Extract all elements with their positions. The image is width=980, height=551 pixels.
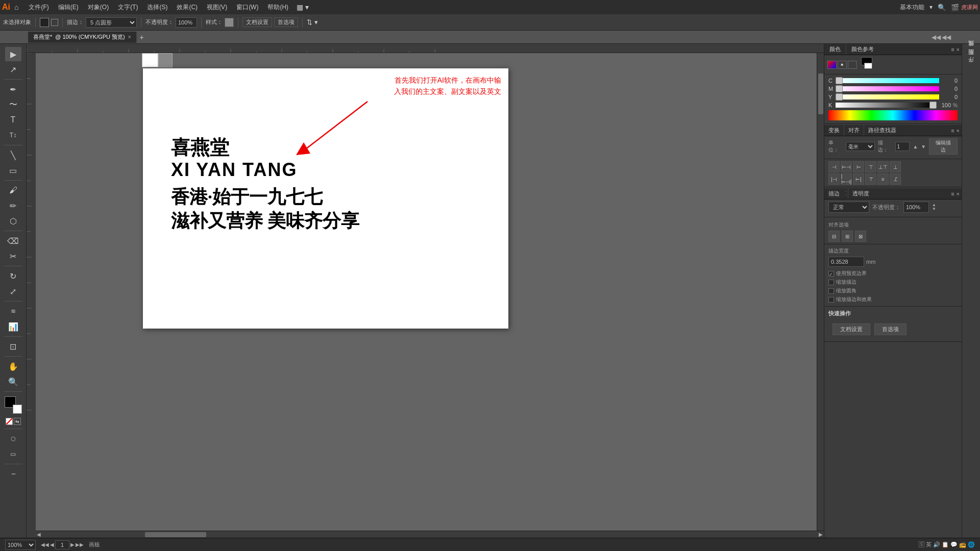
paintbrush-tool[interactable]: 🖌 (5, 183, 21, 197)
preview-bounds-checkbox[interactable]: ✓ (828, 271, 834, 277)
color-tab[interactable]: 颜色 (824, 44, 846, 55)
pathfinder-tab[interactable]: 路径查找器 (864, 125, 900, 136)
hand-tool[interactable]: ✋ (5, 359, 21, 373)
selection-tool[interactable]: ▶ (5, 47, 21, 61)
horizontal-scrollbar[interactable]: ◀ ▶ (36, 531, 824, 538)
stroke-tab[interactable]: 描边 (824, 188, 844, 199)
scroll-left-btn[interactable]: ◀ (37, 532, 41, 537)
align-bottom-icon[interactable]: ⊥ (890, 161, 901, 172)
prev-page-btn[interactable]: ◀ (50, 542, 54, 547)
edit-stroke-btn[interactable]: 编辑描边 (929, 138, 958, 155)
dist-center-h-icon[interactable]: |⊢⊣| (841, 173, 852, 185)
panel-collapse-left[interactable]: ◀◀ (932, 34, 941, 41)
curvature-tool[interactable]: 〜 (5, 97, 21, 112)
c-slider[interactable] (836, 78, 939, 83)
warp-tool[interactable]: ≋ (5, 304, 21, 318)
workspace-label[interactable]: 基本功能 (900, 3, 924, 12)
style-swatch[interactable] (225, 18, 234, 27)
transform-tab[interactable]: 变换 (824, 125, 844, 136)
align-to-3[interactable]: ⊠ (855, 231, 866, 242)
draw-mode-icon[interactable]: ⬡ (5, 432, 21, 446)
artboard-tool[interactable]: ⊡ (5, 339, 21, 354)
scale-corner-checkbox[interactable] (828, 288, 834, 294)
dist-top-icon[interactable]: ⊤̄ (865, 173, 876, 185)
menu-window[interactable]: 窗口(W) (232, 2, 262, 13)
tab-close-icon[interactable]: × (128, 34, 131, 40)
color-ref-tab[interactable]: 颜色参考 (846, 44, 879, 55)
align-to-1[interactable]: ⊟ (828, 231, 840, 242)
stroke-swatch[interactable] (51, 19, 58, 26)
more-tools[interactable]: ··· (5, 467, 21, 481)
transform-panel-close[interactable]: × (957, 128, 960, 134)
increase-btn[interactable]: ▲ (913, 144, 918, 149)
scroll-thumb-h[interactable] (145, 532, 206, 537)
adobe-stock[interactable]: 🎬 虎课网 (951, 4, 978, 11)
zoom-tool[interactable]: 🔍 (5, 374, 21, 389)
touch-type-tool[interactable]: T↕ (5, 128, 21, 142)
scale-effect-checkbox[interactable] (828, 297, 834, 303)
properties-tab[interactable]: 属性 (965, 46, 977, 55)
y-slider[interactable] (836, 94, 939, 99)
panel-collapse-right[interactable]: ◀◀ (942, 34, 951, 41)
align-left-icon[interactable]: ⊣ (828, 161, 840, 172)
scissors-tool[interactable]: ✂ (5, 249, 21, 263)
page-input[interactable] (55, 540, 69, 549)
bg-swatch[interactable] (864, 63, 872, 69)
transform-panel-menu[interactable]: ≡ (951, 128, 954, 134)
scroll-thumb-v[interactable] (818, 73, 823, 114)
blend-mode-select[interactable]: 正常 (828, 202, 869, 213)
menu-file[interactable]: 文件(F) (24, 2, 53, 13)
align-to-2[interactable]: ⊞ (842, 231, 853, 242)
dist-right-icon[interactable]: ⊢| (853, 173, 864, 185)
color-mode-3[interactable] (848, 61, 857, 69)
last-page-btn[interactable]: ▶▶ (76, 542, 84, 547)
arrange-icon[interactable]: ⇅ ▾ (307, 18, 318, 26)
opacity-trans-input[interactable] (903, 202, 929, 213)
scale-stroke-checkbox[interactable] (828, 280, 834, 285)
stroke-type-select[interactable]: 5 点圆形 (86, 17, 137, 28)
next-page-btn[interactable]: ▶ (70, 542, 75, 547)
align-right-icon[interactable]: ⊢ (853, 161, 864, 172)
grey-swatch[interactable] (158, 53, 173, 67)
new-tab-btn[interactable]: + (140, 33, 144, 41)
scale-tool[interactable]: ⤢ (5, 284, 21, 298)
color-spectrum[interactable] (828, 110, 958, 120)
layers-tab[interactable]: 图层 (965, 55, 977, 63)
first-option-btn[interactable]: 首选项 (274, 17, 298, 27)
view-mode-icon[interactable]: ▦ ▾ (297, 3, 309, 11)
rect-tool[interactable]: ▭ (5, 163, 21, 178)
doc-settings-btn[interactable]: 文档设置 (242, 17, 272, 27)
stroke-trans-close[interactable]: × (957, 191, 960, 197)
rotate-tool[interactable]: ↻ (5, 269, 21, 283)
direct-select-tool[interactable]: ↗ (5, 62, 21, 77)
type-tool[interactable]: T (5, 113, 21, 127)
unit-select[interactable]: 毫米 (846, 142, 875, 151)
dist-bottom-icon[interactable]: ⊥̄ (890, 173, 901, 185)
menu-effect[interactable]: 效果(C) (173, 2, 202, 13)
menu-help[interactable]: 帮助(H) (263, 2, 292, 13)
align-tab[interactable]: 对齐 (844, 125, 864, 136)
scroll-right-btn[interactable]: ▶ (819, 532, 823, 537)
pencil-tool[interactable]: ✏ (5, 198, 21, 213)
line-tool[interactable]: ╲ (5, 148, 21, 162)
stroke-color[interactable] (13, 405, 22, 414)
search-icon[interactable]: 🔍 (938, 4, 946, 11)
white-swatch[interactable] (142, 53, 158, 67)
eraser-tool[interactable]: ⌫ (5, 234, 21, 248)
menu-edit[interactable]: 编辑(E) (54, 2, 83, 13)
first-page-btn[interactable]: ◀◀ (41, 542, 49, 547)
menu-select[interactable]: 选择(S) (143, 2, 172, 13)
opacity-input[interactable] (176, 17, 197, 28)
menu-object[interactable]: 对象(O) (84, 2, 113, 13)
panel-close-icon[interactable]: × (957, 46, 960, 53)
align-center-h-icon[interactable]: ⊢⊣ (841, 161, 852, 172)
stroke-width-value[interactable] (828, 257, 864, 267)
fill-swatch[interactable] (40, 18, 49, 27)
decrease-btn[interactable]: ▼ (921, 144, 926, 149)
libraries-tab[interactable]: 序 (965, 63, 977, 71)
home-icon[interactable]: ⌂ (14, 3, 18, 11)
graph-tool[interactable]: 📊 (5, 319, 21, 334)
dist-left-icon[interactable]: |⊣ (828, 173, 840, 185)
align-center-v-icon[interactable]: ⊥⊤ (877, 161, 889, 172)
stroke-width-input[interactable] (895, 142, 910, 151)
